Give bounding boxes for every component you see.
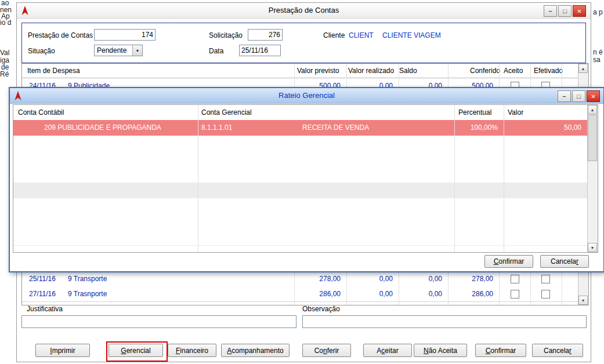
chevron-down-icon <box>132 45 142 56</box>
col-conta-gerencial: Conta Gerencial <box>201 105 252 120</box>
row-item: 9 Transporte <box>68 271 107 286</box>
percentual: 100,00% <box>454 120 500 136</box>
col-valor: Valor <box>508 105 523 120</box>
empty-row <box>13 183 588 199</box>
rateio-gerencial-window: Rateio Gerencial Conta Contábil Conta Ge… <box>9 87 604 272</box>
close-icon <box>591 93 595 100</box>
aceitar-button[interactable]: Aceitar <box>363 344 412 357</box>
row-date: 27/11/16 <box>29 286 56 301</box>
conta-contabil: 209 PUBLICIDADE E PROPAGANDA <box>44 120 161 136</box>
empty-row <box>13 167 588 183</box>
imprimir-button[interactable]: Imprimir <box>35 344 90 357</box>
empty-row <box>13 214 588 230</box>
bg-text-fragment: sa <box>593 56 601 64</box>
scroll-down-button[interactable] <box>588 243 597 252</box>
empty-row <box>13 230 588 246</box>
col-aceito: Aceito <box>504 64 523 78</box>
screen: ao nen Ap io d Val iga de Ré a p n é sa … <box>0 0 604 364</box>
main-caption-buttons <box>544 5 586 17</box>
justificativa-input[interactable] <box>21 315 296 328</box>
situacao-value: Pendente <box>95 46 126 54</box>
acompanhamento-button[interactable]: Acompanhamento <box>221 344 290 357</box>
scroll-up-icon <box>591 108 595 112</box>
empty-row <box>13 198 588 214</box>
situacao-label: Situação <box>28 47 55 55</box>
maximize-icon <box>577 93 581 100</box>
situacao-select[interactable]: Pendente <box>94 45 143 56</box>
scrollbar-thumb[interactable] <box>588 115 597 161</box>
rateio-table-header: Conta Contábil Conta Gerencial Percentua… <box>13 105 588 121</box>
maximize-icon <box>563 8 567 14</box>
bg-text-fragment: a p <box>593 8 603 16</box>
maximize-button[interactable] <box>572 90 585 102</box>
cliente-code: CLIENT <box>349 31 374 39</box>
main-window-title: Prestação de Contas <box>17 3 591 18</box>
nao-aceita-button[interactable]: Não Aceita <box>414 344 467 357</box>
col-saldo: Saldo <box>399 64 417 78</box>
rateio-row-selected[interactable]: 209 PUBLICIDADE E PROPAGANDA 8.1.1.1.01 … <box>13 120 588 136</box>
aceito-checkbox[interactable] <box>511 275 519 283</box>
table-row[interactable]: 25/11/16 9 Transporte 278,00 0,00 0,00 2… <box>22 271 578 287</box>
cancelar-button[interactable]: Cancelar <box>532 344 583 357</box>
header-form: Prestação de Contas Solicitação Cliente … <box>21 23 586 63</box>
row-saldo: 0,00 <box>399 286 444 301</box>
scroll-down-icon <box>591 246 595 250</box>
col-valor-realizado: Valor realizado <box>348 64 394 78</box>
justificativa-label: Justificativa <box>27 305 63 313</box>
efetivado-checkbox[interactable] <box>541 290 550 299</box>
scroll-up-button[interactable] <box>578 64 588 73</box>
empty-row <box>13 151 588 168</box>
data-label: Data <box>209 47 223 55</box>
conta-gerencial-name: RECEITA DE VENDA <box>302 120 369 136</box>
observacao-label: Observação <box>302 305 340 313</box>
maximize-button[interactable] <box>558 5 572 17</box>
bg-text-fragment: Val <box>0 49 9 57</box>
minimize-button[interactable] <box>558 90 571 102</box>
aceito-checkbox[interactable] <box>511 290 519 299</box>
col-valor-previsto: Valor previsto <box>297 64 339 78</box>
gerencial-button[interactable]: Gerencial <box>108 344 163 357</box>
conferir-button[interactable]: Conferir <box>302 344 351 357</box>
scroll-down-icon <box>581 299 585 303</box>
cliente-label: Cliente <box>323 31 345 39</box>
minimize-button[interactable] <box>544 5 557 17</box>
row-previsto: 286,00 <box>294 286 343 301</box>
efetivado-checkbox[interactable] <box>541 275 550 283</box>
scroll-up-icon <box>581 67 585 71</box>
grid-line <box>454 105 455 252</box>
close-button[interactable] <box>587 90 600 102</box>
row-item: 9 Trasnporte <box>68 286 107 301</box>
table-row[interactable]: 27/11/16 9 Trasnporte 286,00 0,00 0,00 2… <box>22 286 578 302</box>
scroll-down-button[interactable] <box>578 296 588 305</box>
col-percentual: Percentual <box>458 105 491 120</box>
financeiro-button[interactable]: Financeiro <box>168 344 216 357</box>
scroll-up-button[interactable] <box>588 105 597 114</box>
modal-titlebar: Rateio Gerencial <box>10 88 603 104</box>
minimize-icon <box>549 8 552 14</box>
data-input[interactable] <box>239 45 281 56</box>
prestacao-input[interactable] <box>94 29 155 41</box>
confirmar-button[interactable]: Confirmar <box>475 344 526 357</box>
col-efetivado: Efetivado <box>534 64 563 78</box>
close-button[interactable] <box>573 5 586 17</box>
vertical-scrollbar[interactable] <box>587 105 598 252</box>
minimize-icon <box>563 93 566 100</box>
solicitacao-input[interactable] <box>248 29 283 41</box>
bg-text-fragment: n é <box>593 48 603 56</box>
row-conferido: 286,00 <box>448 286 496 301</box>
observacao-input[interactable] <box>302 315 587 328</box>
row-realizado: 0,00 <box>346 286 395 301</box>
row-realizado: 0,00 <box>346 271 395 286</box>
cancelar-button[interactable]: Cancelar <box>540 255 589 268</box>
grid-line <box>504 105 504 252</box>
prestacao-label: Prestação de Contas <box>28 31 93 39</box>
valor: 50,00 <box>504 120 584 136</box>
rateio-table: Conta Contábil Conta Gerencial Percentua… <box>13 104 598 253</box>
col-item-de-despesa: Item de Despesa <box>27 64 80 78</box>
row-conferido: 278,00 <box>448 271 496 286</box>
conta-gerencial-code: 8.1.1.1.01 <box>201 120 232 136</box>
cliente-name: CLIENTE VIAGEM <box>382 31 441 39</box>
despesas-table-header: Item de Despesa Valor previsto Valor rea… <box>22 64 578 78</box>
col-conta-contabil: Conta Contábil <box>18 105 64 120</box>
confirmar-button[interactable]: Confirmar <box>484 255 533 268</box>
